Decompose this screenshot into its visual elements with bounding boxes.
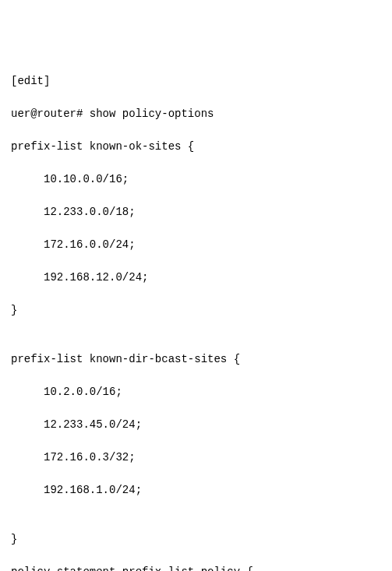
- policy-statement-open: policy-statement prefix-list-policy {: [11, 564, 381, 571]
- prefix-list-bcast-close: }: [11, 531, 381, 548]
- prefix-list-ok-close: }: [11, 302, 381, 319]
- prefix-bcast-entry: 172.16.0.3/32;: [11, 449, 381, 466]
- prefix-bcast-entry: 192.168.1.0/24;: [11, 482, 381, 499]
- prefix-ok-entry: 192.168.12.0/24;: [11, 270, 381, 286]
- prefix-list-bcast-open: prefix-list known-dir-bcast-sites {: [11, 351, 381, 368]
- edit-mode-indicator: [edit]: [11, 73, 381, 90]
- prefix-ok-entry: 10.10.0.0/16;: [11, 171, 381, 188]
- prefix-list-ok-open: prefix-list known-ok-sites {: [11, 139, 381, 155]
- prefix-bcast-entry: 10.2.0.0/16;: [11, 384, 381, 400]
- prefix-bcast-entry: 12.233.45.0/24;: [11, 417, 381, 433]
- prefix-ok-entry: 172.16.0.0/24;: [11, 237, 381, 253]
- prefix-ok-entry: 12.233.0.0/18;: [11, 204, 381, 220]
- cli-prompt-command: uer@router# show policy-options: [11, 106, 381, 122]
